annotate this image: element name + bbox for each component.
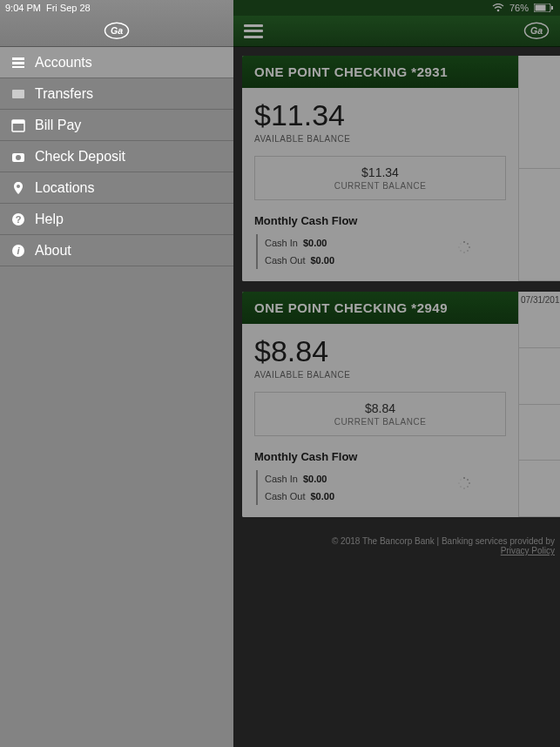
current-balance-label: CURRENT BALANCE	[264, 417, 496, 427]
svg-point-33	[463, 488, 465, 489]
sidebar: 9:04 PM Fri Sep 28 Ga Accounts Transfers…	[0, 0, 233, 747]
loading-spinner-icon	[457, 476, 471, 490]
svg-point-29	[463, 477, 465, 479]
battery-icon	[534, 3, 553, 12]
available-balance-label: AVAILABLE BALANCE	[254, 370, 506, 380]
svg-point-22	[467, 243, 469, 245]
current-balance-box: $11.34 CURRENT BALANCE	[254, 156, 506, 200]
pin-icon	[10, 180, 26, 196]
cash-in-label: Cash In	[265, 238, 298, 248]
transaction-cell[interactable]	[519, 461, 560, 517]
transfers-icon	[10, 86, 26, 102]
cashflow-title: Monthly Cash Flow	[254, 214, 506, 227]
cash-in-value: $0.00	[303, 238, 327, 248]
svg-rect-2	[12, 57, 24, 60]
svg-rect-5	[12, 90, 24, 98]
transaction-cell[interactable]	[519, 348, 560, 405]
svg-point-36	[460, 479, 462, 481]
svg-rect-17	[536, 5, 546, 11]
svg-point-10	[17, 185, 20, 188]
menu-toggle-button[interactable]	[244, 24, 263, 38]
cashflow-title: Monthly Cash Flow	[254, 450, 506, 463]
transaction-cell[interactable]: 07/31/201	[519, 292, 560, 348]
svg-point-26	[460, 250, 462, 252]
svg-point-30	[467, 479, 469, 481]
cash-out-value: $0.00	[310, 491, 334, 501]
status-bar-left: 9:04 PM Fri Sep 28	[0, 0, 233, 16]
sidebar-item-about[interactable]: i About	[0, 235, 233, 266]
accounts-icon	[10, 55, 26, 71]
sidebar-item-label: Accounts	[35, 55, 92, 71]
svg-text:Ga: Ga	[111, 25, 123, 36]
transactions-column: 07/31/201	[518, 292, 560, 517]
footer: © 2018 The Bancorp Bank | Banking servic…	[242, 528, 560, 555]
camera-icon	[10, 149, 26, 165]
svg-point-25	[463, 252, 465, 253]
status-time: 9:04 PM	[5, 3, 41, 13]
svg-point-27	[458, 246, 460, 248]
status-date: Fri Sep 28	[46, 3, 91, 13]
main-header: Ga	[233, 16, 560, 47]
svg-point-34	[460, 486, 462, 488]
sidebar-item-label: Help	[35, 212, 64, 227]
svg-point-21	[463, 241, 465, 243]
loading-spinner-icon	[457, 240, 471, 254]
cashflow-section: Monthly Cash Flow Cash In $0.00 Cash Out…	[254, 450, 506, 505]
account-title: ONE POINT CHECKING *2949	[242, 292, 518, 324]
privacy-policy-link[interactable]: Privacy Policy	[501, 546, 555, 555]
transaction-cell[interactable]	[519, 56, 560, 169]
sidebar-item-label: Check Deposit	[35, 149, 125, 165]
svg-point-9	[16, 155, 21, 160]
available-balance-value: $11.34	[254, 98, 506, 132]
brand-logo-icon: Ga	[104, 21, 130, 42]
svg-point-32	[467, 486, 469, 488]
transaction-cell[interactable]	[519, 405, 560, 461]
svg-rect-3	[12, 62, 24, 64]
current-balance-value: $8.84	[264, 401, 496, 415]
svg-text:Ga: Ga	[530, 25, 543, 36]
svg-point-28	[460, 243, 462, 245]
current-balance-value: $11.34	[264, 165, 496, 179]
sidebar-menu: Accounts Transfers Bill Pay Check Deposi…	[0, 47, 233, 266]
cash-out-label: Cash Out	[265, 255, 305, 266]
transactions-column	[518, 56, 560, 281]
current-balance-box: $8.84 CURRENT BALANCE	[254, 392, 506, 436]
cash-out-label: Cash Out	[265, 491, 305, 501]
current-balance-label: CURRENT BALANCE	[264, 181, 496, 191]
sidebar-item-label: About	[35, 243, 71, 259]
status-bar-right: 76%	[233, 0, 560, 16]
accounts-list: ONE POINT CHECKING *2931 $11.34 AVAILABL…	[233, 47, 560, 555]
sidebar-item-transfers[interactable]: Transfers	[0, 78, 233, 110]
sidebar-item-label: Locations	[35, 180, 95, 196]
account-card[interactable]: ONE POINT CHECKING *2949 $8.84 AVAILABLE…	[242, 292, 560, 517]
cash-in-label: Cash In	[265, 474, 298, 484]
account-card[interactable]: ONE POINT CHECKING *2931 $11.34 AVAILABL…	[242, 56, 560, 281]
brand-logo-icon: Ga	[523, 21, 550, 42]
sidebar-item-billpay[interactable]: Bill Pay	[0, 110, 233, 141]
help-icon: ?	[10, 212, 26, 227]
available-balance-label: AVAILABLE BALANCE	[254, 134, 506, 144]
info-icon: i	[10, 243, 26, 259]
calendar-icon	[10, 118, 26, 133]
svg-point-24	[467, 250, 469, 252]
sidebar-item-locations[interactable]: Locations	[0, 172, 233, 204]
sidebar-item-accounts[interactable]: Accounts	[0, 47, 233, 78]
sidebar-item-checkdeposit[interactable]: Check Deposit	[0, 141, 233, 172]
wifi-icon	[492, 3, 504, 12]
cashflow-section: Monthly Cash Flow Cash In $0.00 Cash Out…	[254, 214, 506, 269]
svg-point-15	[497, 10, 500, 12]
svg-point-23	[469, 246, 470, 248]
svg-rect-4	[12, 66, 24, 68]
svg-point-35	[458, 482, 460, 484]
transaction-cell[interactable]	[519, 169, 560, 282]
cash-out-value: $0.00	[310, 255, 334, 266]
main-panel: 76% Ga ONE POINT CHECKING *2931 $11.34 A…	[233, 0, 560, 747]
svg-point-31	[469, 482, 470, 484]
available-balance-value: $8.84	[254, 334, 506, 368]
sidebar-item-label: Transfers	[35, 86, 93, 102]
sidebar-item-help[interactable]: ? Help	[0, 204, 233, 235]
sidebar-item-label: Bill Pay	[35, 118, 81, 133]
svg-rect-18	[551, 6, 553, 10]
svg-rect-7	[12, 120, 24, 124]
cash-in-value: $0.00	[303, 474, 327, 484]
